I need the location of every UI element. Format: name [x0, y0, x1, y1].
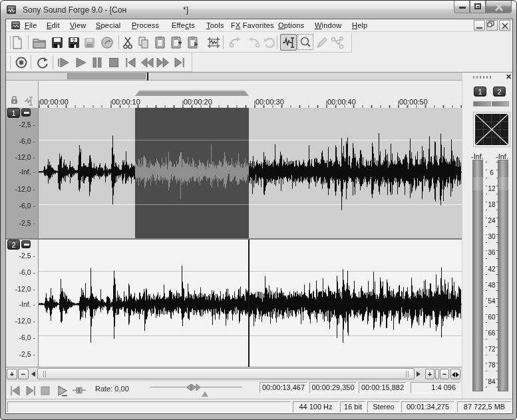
svg-text:?: ? [73, 37, 76, 43]
